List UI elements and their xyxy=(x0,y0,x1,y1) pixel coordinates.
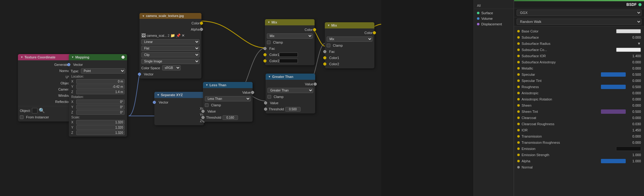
scale-y-value[interactable]: 1.320 xyxy=(76,125,125,130)
close-icon[interactable]: ✕ xyxy=(182,33,185,38)
sheen-tint-bar[interactable] xyxy=(601,109,626,114)
eyedropper-icon[interactable]: 🔍 xyxy=(39,108,45,113)
bsdf-transmission-roughness-row: Transmission Roughness 0.000 xyxy=(514,139,644,146)
socket-gt-value-in[interactable] xyxy=(264,101,267,104)
threshold-row: Threshold 0.160 xyxy=(203,114,253,121)
sheen-tint-socket xyxy=(517,110,520,113)
rot-x-value[interactable]: 0° xyxy=(76,100,125,104)
socket-sep-vector-in[interactable] xyxy=(153,101,156,104)
subsurface-method-select[interactable]: Random Walk xyxy=(517,19,642,25)
type-panel-title: All xyxy=(477,4,481,7)
socket-mix1-color2-in[interactable] xyxy=(263,59,267,62)
mix1-mode-select[interactable]: Mix xyxy=(267,33,313,39)
type-displacement-label: Displacement xyxy=(481,22,502,26)
type-select[interactable]: Point xyxy=(81,68,125,74)
mode-row: Mix xyxy=(265,33,315,39)
lt-threshold-value[interactable]: 0.160 xyxy=(223,115,238,120)
socket-gt-value-out[interactable] xyxy=(314,83,317,86)
scale-x-value[interactable]: 1.320 xyxy=(76,120,125,125)
loc-x-value[interactable]: 0 m xyxy=(76,79,125,84)
mix1-color1-swatch[interactable] xyxy=(279,53,298,57)
roughness-bar[interactable] xyxy=(601,85,626,89)
socket-mix1-fac-in[interactable] xyxy=(263,47,267,50)
socket-tex-vector-in[interactable] xyxy=(138,73,141,76)
type-item-volume[interactable]: Volume xyxy=(474,16,514,21)
volume-dot xyxy=(477,17,479,20)
less-than-header[interactable]: ▼ Less Than xyxy=(203,82,253,88)
from-instancer-checkbox[interactable] xyxy=(20,115,24,119)
mix2-clamp-checkbox[interactable] xyxy=(327,44,330,47)
object-selector[interactable] xyxy=(32,108,37,113)
bsdf-specular-tint-row: Specular Tint 0.000 xyxy=(514,78,644,84)
distribution-select[interactable]: GGX xyxy=(517,10,642,16)
bsdf-socket-out[interactable] xyxy=(638,3,642,6)
socket-mix2-color-out[interactable] xyxy=(373,31,376,34)
separate-xyz-header[interactable]: ▼ Separate XYZ xyxy=(154,92,204,98)
specular-bar[interactable] xyxy=(601,72,626,77)
socket-mix2-color2-in[interactable] xyxy=(323,62,326,66)
mix2-mode-select[interactable]: Mix xyxy=(327,36,373,42)
color2-row: Color2 xyxy=(325,61,374,67)
gt-clamp-checkbox[interactable] xyxy=(267,95,271,99)
texture-coord-header[interactable]: ▼ Texture Coordinate xyxy=(18,54,72,60)
subsurface-co-swatch[interactable] xyxy=(616,48,641,52)
extension-select[interactable]: Clip xyxy=(141,52,200,58)
fac-row: Fac xyxy=(325,49,374,55)
colorspace-select[interactable]: sRGB xyxy=(162,65,181,70)
lt-operation-select[interactable]: Less Than xyxy=(205,96,251,101)
socket-gt-threshold-in[interactable] xyxy=(264,108,267,111)
mix1-color2-swatch[interactable] xyxy=(279,59,298,63)
socket-mapping-vector-out[interactable] xyxy=(121,56,125,59)
mapping-header[interactable]: ▼ Mapping xyxy=(69,54,127,60)
loc-y-value[interactable]: -0.42 m xyxy=(76,84,125,89)
normal-socket xyxy=(517,166,520,168)
type-item-surface[interactable]: Surface xyxy=(474,10,514,16)
subsurface-socket xyxy=(517,36,520,39)
output-value: Value xyxy=(203,89,253,96)
output-z: Z xyxy=(154,118,204,124)
socket-mix1-color-out[interactable] xyxy=(313,28,316,31)
socket-tex-alpha-out[interactable] xyxy=(200,28,203,31)
alpha-bar[interactable] xyxy=(601,159,626,163)
mix2-body: Color Mix Clamp Fac Color1 xyxy=(325,28,374,68)
color1-row: Color1 xyxy=(265,52,315,58)
sheen-tint-value: 0.500 xyxy=(627,110,641,113)
lt-clamp-checkbox[interactable] xyxy=(205,103,209,107)
gt-operation-select[interactable]: Greater Than xyxy=(267,88,313,93)
mapping-body: Vector Type: Point Location: X 0 m Y -0.… xyxy=(69,60,127,137)
pin-icon[interactable]: 📌 xyxy=(176,33,181,38)
color1-row: Color1 xyxy=(325,55,374,61)
socket-mix2-color1-in[interactable] xyxy=(323,56,326,59)
camera-texture-header[interactable]: ▼ camera_scale_texture.jpg xyxy=(139,13,201,19)
rot-z-value[interactable]: 0° xyxy=(76,110,125,115)
socket-mix2-fac-in[interactable] xyxy=(323,50,326,53)
bsdf-ior-row: IOR 1.450 xyxy=(514,127,644,133)
source-select[interactable]: Single Image xyxy=(141,59,200,64)
emission-swatch[interactable] xyxy=(616,147,641,151)
fac-row: Fac xyxy=(265,45,315,52)
gt-threshold-value[interactable]: 0.500 xyxy=(285,107,301,112)
clamp-row: Clamp xyxy=(203,102,253,108)
separate-xyz-body: Vector X Y Z xyxy=(154,98,204,125)
interpolation-select[interactable]: Linear xyxy=(141,39,200,45)
bsdf-emission-row: Emission xyxy=(514,146,644,152)
mix1-clamp-checkbox[interactable] xyxy=(267,40,271,44)
rot-y-value[interactable]: 0° xyxy=(76,105,125,109)
socket-lt-value-in[interactable] xyxy=(201,110,205,113)
mix2-header[interactable]: ▼ Mix xyxy=(325,22,374,28)
socket-mapping-vector-in[interactable] xyxy=(67,63,70,66)
greater-than-header[interactable]: ▼ Greater Than xyxy=(266,74,315,80)
loc-z-value[interactable]: 1.4 m xyxy=(76,90,125,94)
type-item-displacement[interactable]: Displacement xyxy=(474,21,514,27)
base-color-swatch[interactable] xyxy=(616,29,641,33)
subsurface-radius-dropdown[interactable]: ▼ xyxy=(637,41,641,46)
mix1-header[interactable]: ▼ Mix xyxy=(265,19,315,25)
socket-lt-value-out[interactable] xyxy=(251,91,254,94)
scale-z-value[interactable]: 1.320 xyxy=(76,130,125,135)
specular-tint-value: 0.000 xyxy=(627,79,641,83)
projection-select[interactable]: Flat xyxy=(141,46,200,51)
socket-tex-color-out[interactable] xyxy=(200,22,203,25)
folder-icon[interactable]: 📁 xyxy=(170,33,175,38)
socket-mix1-color1-in[interactable] xyxy=(263,53,267,56)
socket-lt-threshold-in[interactable] xyxy=(201,116,205,119)
